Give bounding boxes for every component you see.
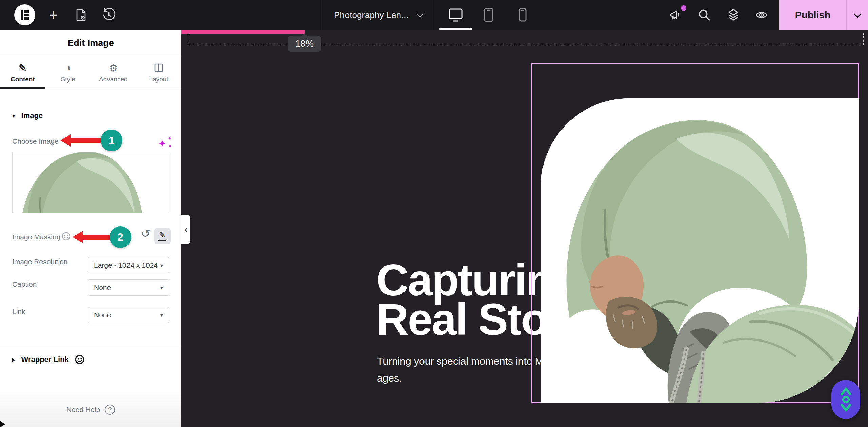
- elementor-logo-icon: [21, 10, 29, 20]
- caret-down-icon: ▾: [160, 262, 163, 269]
- topbar-divider: [433, 0, 433, 30]
- link-label: Link: [12, 308, 25, 316]
- caret-down-icon: ▾: [160, 312, 163, 318]
- eye-icon: [755, 8, 768, 22]
- tab-label: Content: [11, 76, 35, 83]
- choose-image-label: Choose Image: [12, 137, 59, 145]
- megaphone-icon: [669, 8, 682, 22]
- elementor-editor-screen: + Photography Lan...: [0, 0, 868, 427]
- finder-search-button[interactable]: [697, 8, 711, 22]
- scroll-navigation-button[interactable]: [831, 380, 860, 419]
- need-help-link[interactable]: Need Help ?: [0, 405, 181, 415]
- tab-content[interactable]: ✎ Content: [0, 57, 45, 89]
- progress-percentage: 18%: [295, 39, 314, 49]
- panel-tabs: ✎ Content ◑ Style ⚙ Advanced Layout: [0, 57, 181, 89]
- gear-icon: ⚙: [109, 63, 118, 73]
- publish-button[interactable]: Publish: [779, 0, 846, 30]
- chevron-down-icon: [853, 10, 861, 18]
- ai-generate-image-button[interactable]: ✦ ✦ ✦: [158, 136, 173, 149]
- pencil-underline: [158, 240, 166, 241]
- whats-new-button[interactable]: [669, 8, 682, 22]
- sparkle-icon: ✦: [158, 138, 166, 150]
- tab-advanced[interactable]: ⚙ Advanced: [91, 57, 136, 89]
- mobile-icon: [519, 8, 527, 22]
- device-desktop-button[interactable]: [447, 7, 465, 22]
- scroll-progress-bar: [181, 30, 305, 34]
- caption-select[interactable]: None ▾: [88, 279, 169, 296]
- caret-down-icon: ▾: [160, 285, 163, 291]
- structure-button[interactable]: [727, 8, 740, 22]
- undo-icon[interactable]: ↺: [141, 227, 150, 240]
- tab-label: Advanced: [99, 76, 128, 83]
- plus-icon: +: [49, 8, 58, 22]
- history-button[interactable]: [102, 8, 116, 22]
- tab-label: Layout: [149, 76, 169, 83]
- add-element-button[interactable]: +: [46, 8, 60, 22]
- tablet-icon: [484, 7, 494, 22]
- panel-title: Edit Image: [67, 38, 114, 48]
- caption-label: Caption: [12, 280, 37, 288]
- wrapper-link-title: Wrapper Link: [21, 355, 69, 364]
- progress-percentage-badge: 18%: [288, 36, 321, 52]
- chevron-down-icon: [416, 10, 424, 18]
- scroll-up-down-icon: [837, 385, 855, 414]
- image-section-header[interactable]: ▾ Image: [12, 111, 43, 120]
- image-resolution-select[interactable]: Large - 1024 x 1024 ▾: [88, 257, 169, 273]
- top-bar: + Photography Lan...: [0, 0, 868, 30]
- sparkle-icon: ✦: [168, 144, 172, 149]
- publish-label: Publish: [795, 9, 831, 21]
- annotation-step-2: 2: [110, 226, 131, 248]
- elementor-logo[interactable]: [14, 4, 35, 25]
- image-masking-label: Image Masking: [12, 233, 60, 241]
- link-select[interactable]: None ▾: [88, 307, 169, 323]
- page-settings-icon: [75, 9, 87, 21]
- pro-badge-icon: [62, 232, 71, 241]
- section-divider: [0, 347, 181, 347]
- device-tablet-button[interactable]: [480, 7, 497, 22]
- sparkle-icon: ✦: [167, 136, 172, 141]
- annotation-number: 2: [117, 231, 123, 244]
- panel-header: Edit Image: [0, 30, 181, 57]
- preview-button[interactable]: [755, 8, 768, 22]
- edit-image-panel: Edit Image ✎ Content ◑ Style ⚙ Advanced: [0, 30, 181, 427]
- panel-collapse-button[interactable]: ‹: [181, 215, 190, 244]
- chevron-left-icon: ‹: [184, 224, 188, 235]
- page-title-label: Photography Lan...: [334, 10, 409, 20]
- annotation-number: 1: [108, 134, 115, 147]
- caption-value: None: [94, 284, 111, 292]
- active-device-underline: [439, 28, 472, 30]
- columns-icon: [154, 63, 163, 73]
- pencil-icon: ✎: [19, 63, 26, 73]
- question-icon: ?: [105, 405, 115, 415]
- choose-image-thumbnail[interactable]: [12, 152, 170, 213]
- publish-options-button[interactable]: [846, 0, 868, 30]
- tab-style[interactable]: ◑ Style: [45, 57, 91, 89]
- image-resolution-label: Image Resolution: [12, 258, 67, 266]
- page-title-dropdown[interactable]: Photography Lan...: [334, 0, 423, 30]
- tab-layout[interactable]: Layout: [136, 57, 181, 89]
- mouse-cursor: [0, 421, 5, 427]
- annotation-step-1: 1: [101, 130, 122, 151]
- device-mobile-button[interactable]: [514, 7, 532, 22]
- section-outline-dashed: [863, 33, 864, 45]
- edit-mask-button[interactable]: ✎: [154, 228, 171, 244]
- image-resolution-value: Large - 1024 x 1024: [94, 261, 158, 269]
- section-outline-dashed: [188, 33, 188, 45]
- need-help-label: Need Help: [66, 406, 100, 414]
- hero-image: [541, 98, 859, 403]
- tab-label: Style: [61, 76, 75, 83]
- pro-badge-icon: [75, 355, 84, 364]
- pencil-icon: ✎: [159, 231, 166, 239]
- thumbnail-image: [13, 152, 170, 213]
- history-icon: [102, 8, 115, 21]
- hero-image-widget[interactable]: [541, 98, 859, 403]
- image-section-title: Image: [21, 111, 43, 120]
- page-settings-button[interactable]: [74, 8, 88, 22]
- link-value: None: [94, 311, 111, 319]
- notification-dot: [681, 5, 686, 11]
- half-circle-icon: ◑: [65, 63, 71, 73]
- layers-icon: [727, 8, 740, 22]
- wrapper-link-section-header[interactable]: ▸ Wrapper Link: [12, 355, 84, 364]
- desktop-icon: [448, 8, 463, 22]
- triangle-down-icon: ▾: [12, 112, 15, 119]
